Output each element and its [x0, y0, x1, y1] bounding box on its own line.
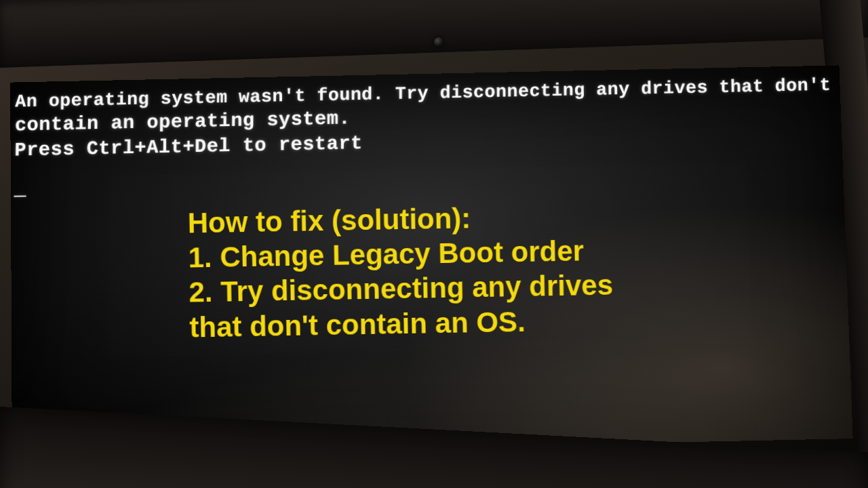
monitor-bezel-top — [0, 0, 868, 68]
solution-caption: How to fix (solution): 1. Change Legacy … — [187, 194, 854, 344]
text-cursor-icon: _ — [14, 178, 26, 203]
webcam-hole — [434, 37, 443, 47]
bios-error-text: An operating system wasn't found. Try di… — [14, 75, 842, 203]
photo-scene: An operating system wasn't found. Try di… — [0, 0, 868, 488]
